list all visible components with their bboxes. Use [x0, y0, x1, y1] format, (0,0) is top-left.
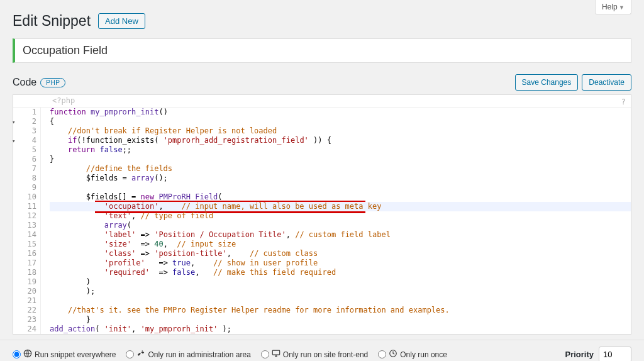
line-number-gutter: 12▾34▾5678910111213141516171819202122232…	[13, 108, 41, 334]
code-line[interactable]: $fields = array();	[50, 174, 631, 183]
code-line[interactable]: //that's it. see the PMPro Register Help…	[50, 306, 631, 315]
code-section-label: Code	[13, 77, 36, 88]
priority-input[interactable]	[599, 347, 631, 361]
monitor-icon	[272, 349, 280, 360]
code-line[interactable]: //don't break if Register Helper is not …	[50, 126, 631, 136]
wrench-icon	[136, 349, 145, 360]
code-line[interactable]: //define the fields	[50, 164, 631, 174]
page-title: Edit Snippet Add New	[13, 13, 631, 30]
run-scope-once[interactable]: Only run once	[378, 349, 447, 360]
add-new-button[interactable]: Add New	[98, 13, 145, 29]
run-scope-radio-admin[interactable]	[126, 350, 134, 358]
code-line[interactable]	[50, 183, 631, 192]
help-tab[interactable]: Help	[595, 0, 631, 14]
run-scope-label: Only run in administration area	[148, 350, 250, 359]
code-line[interactable]: 'required' => false, // make this field …	[50, 268, 631, 277]
code-line[interactable]: array(	[50, 221, 631, 230]
run-scope-frontend[interactable]: Only run on site front-end	[261, 349, 368, 360]
run-scope-label: Run snippet everywhere	[35, 350, 116, 359]
globe-icon	[23, 349, 32, 360]
run-scope-label: Only run once	[400, 350, 447, 359]
run-scope-label: Only run on site front-end	[283, 350, 368, 359]
run-scope-everywhere[interactable]: Run snippet everywhere	[13, 349, 116, 360]
code-line[interactable]: {	[50, 117, 631, 126]
code-line[interactable]: return false;;	[50, 145, 631, 155]
run-scope-radio-frontend[interactable]	[261, 350, 269, 358]
snippet-name-input[interactable]	[13, 38, 631, 63]
code-line[interactable]: 'label' => 'Position / Occupation Title'…	[50, 230, 631, 240]
code-line[interactable]: 'size' => 40, // input size	[50, 240, 631, 249]
code-line[interactable]: );	[50, 287, 631, 296]
page-title-text: Edit Snippet	[13, 13, 91, 30]
code-line[interactable]: }	[50, 315, 631, 325]
run-scope-admin[interactable]: Only run in administration area	[126, 349, 250, 360]
code-line[interactable]: )	[50, 277, 631, 287]
php-open-tag: <?php	[13, 95, 631, 108]
language-pill: PHP	[40, 78, 65, 87]
run-scope-options: Run snippet everywhereOnly run in admini…	[13, 349, 447, 360]
code-line[interactable]: add_action( 'init', 'my_pmprorh_init' );	[50, 325, 631, 334]
code-line[interactable]: 'text', // type of field	[50, 211, 631, 221]
code-content[interactable]: function my_pmprorh_init(){ //don't brea…	[41, 108, 631, 334]
deactivate-button[interactable]: Deactivate	[582, 74, 631, 91]
svg-rect-1	[272, 350, 279, 355]
code-header: Code PHP Save Changes Deactivate	[13, 74, 631, 91]
code-line[interactable]	[50, 296, 631, 306]
priority-label: Priority	[565, 350, 594, 359]
code-line[interactable]: 'class' => 'position-title', // custom c…	[50, 249, 631, 258]
clock-icon	[389, 349, 397, 360]
code-line[interactable]: }	[50, 155, 631, 164]
code-line[interactable]: 'profile' => true, // show in user profi…	[50, 258, 631, 268]
code-line[interactable]: function my_pmprorh_init()	[50, 108, 631, 117]
code-line[interactable]: if(!function_exists( 'pmprorh_add_regist…	[50, 136, 631, 145]
help-label: Help	[602, 3, 618, 11]
code-line[interactable]: $fields[] = new PMProRH_Field(	[50, 192, 631, 202]
editor-help-icon[interactable]: ?	[621, 97, 626, 107]
run-scope-bar: Run snippet everywhereOnly run in admini…	[0, 340, 644, 361]
code-editor[interactable]: ? <?php 12▾34▾56789101112131415161718192…	[13, 94, 631, 335]
run-scope-radio-everywhere[interactable]	[13, 350, 21, 358]
save-changes-button[interactable]: Save Changes	[515, 74, 579, 91]
run-scope-radio-once[interactable]	[378, 350, 386, 358]
code-line[interactable]: 'occupation', // input name, will also b…	[50, 202, 631, 211]
